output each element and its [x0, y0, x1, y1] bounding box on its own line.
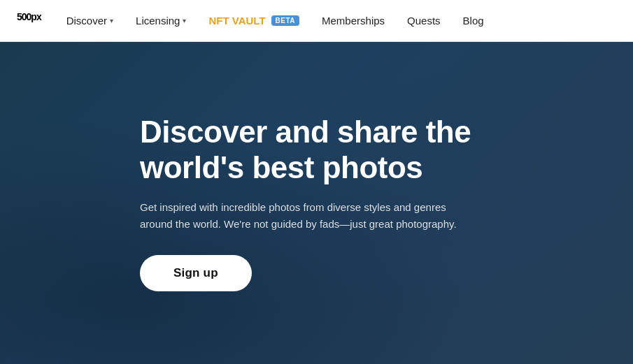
nav-quests-label: Quests	[407, 15, 441, 27]
nav-blog[interactable]: Blog	[455, 0, 492, 42]
signup-button[interactable]: Sign up	[140, 255, 252, 291]
nav-memberships-label: Memberships	[322, 15, 385, 27]
hero-section: Discover and share the world's best phot…	[0, 42, 633, 364]
hero-subtitle: Get inspired with incredible photos from…	[140, 199, 462, 233]
nav-discover[interactable]: Discover ▾	[58, 0, 122, 42]
nav-quests[interactable]: Quests	[399, 0, 449, 42]
logo-superscript: px	[31, 11, 41, 22]
nft-beta-badge: BETA	[271, 15, 299, 26]
nav-licensing-label: Licensing	[136, 15, 180, 27]
logo[interactable]: 500px	[17, 11, 41, 30]
logo-text: 500	[17, 11, 31, 22]
navbar: 500px Discover ▾ Licensing ▾ NFT VAULT B…	[0, 0, 633, 42]
nav-discover-label: Discover	[66, 15, 107, 27]
nav-blog-label: Blog	[463, 15, 484, 27]
hero-content: Discover and share the world's best phot…	[140, 115, 532, 291]
nav-nft-vault[interactable]: NFT VAULT BETA	[200, 0, 308, 42]
chevron-down-icon: ▾	[183, 17, 186, 24]
hero-title: Discover and share the world's best phot…	[140, 115, 532, 185]
nav-memberships[interactable]: Memberships	[313, 0, 393, 42]
chevron-down-icon: ▾	[110, 17, 113, 24]
nav-licensing[interactable]: Licensing ▾	[127, 0, 194, 42]
nav-nft-label: NFT VAULT	[208, 15, 265, 27]
